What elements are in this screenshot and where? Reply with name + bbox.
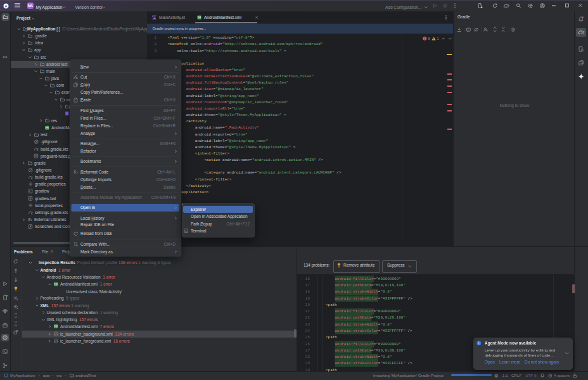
svg-text:</>: </> — [54, 333, 58, 336]
svg-text:</>: </> — [54, 340, 58, 343]
